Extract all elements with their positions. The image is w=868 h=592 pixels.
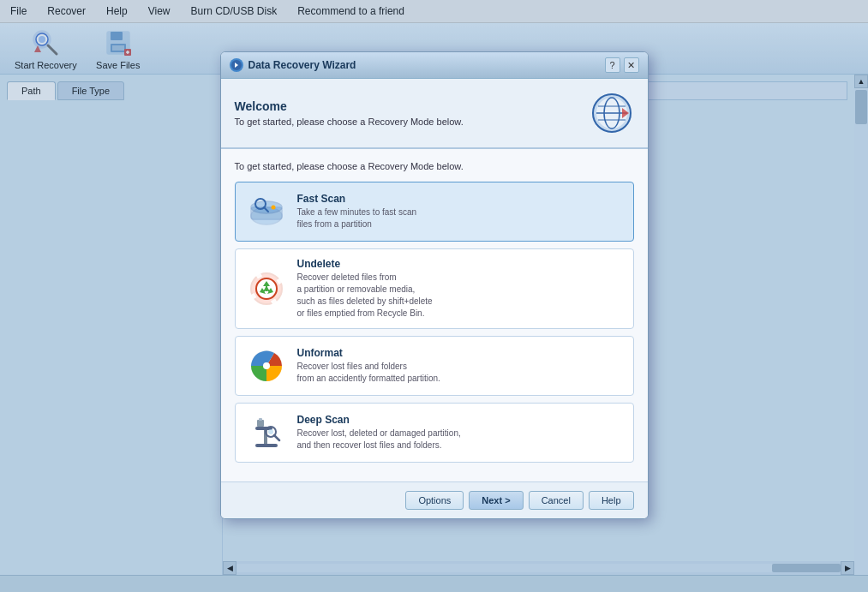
unformat-text: Unformat Recover lost files and folders … <box>297 347 440 385</box>
undelete-text: Undelete Recover deleted files from a pa… <box>297 258 433 320</box>
dialog-header: Welcome To get started, please choose a … <box>221 79 648 149</box>
dialog-header-subtitle: To get started, please choose a Recovery… <box>235 117 464 127</box>
dialog-footer: Options Next > Cancel Help <box>221 481 648 518</box>
unformat-icon <box>246 345 287 386</box>
dialog-title-text: Data Recovery Wizard <box>248 59 356 71</box>
option-undelete[interactable]: Undelete Recover deleted files from a pa… <box>235 248 634 329</box>
dialog-titlebar: Data Recovery Wizard ? ✕ <box>221 52 648 79</box>
svg-point-42 <box>268 429 273 434</box>
option-deep-scan[interactable]: Deep Scan Recover lost, deleted or damag… <box>235 403 634 463</box>
option-unformat[interactable]: Unformat Recover lost files and folders … <box>235 336 634 396</box>
dialog-header-text: Welcome To get started, please choose a … <box>235 99 464 127</box>
deep-scan-icon <box>246 412 287 453</box>
options-button[interactable]: Options <box>405 491 464 510</box>
help-button[interactable]: Help <box>589 491 634 510</box>
svg-rect-40 <box>259 418 262 421</box>
undelete-desc: Recover deleted files from a partition o… <box>297 272 433 320</box>
deep-scan-desc: Recover lost, deleted or damaged partiti… <box>297 428 461 451</box>
svg-rect-36 <box>255 444 278 447</box>
dialog-title-controls: ? ✕ <box>605 57 639 73</box>
deep-scan-text: Deep Scan Recover lost, deleted or damag… <box>297 414 461 451</box>
svg-rect-39 <box>257 420 264 427</box>
svg-point-35 <box>263 362 270 369</box>
undelete-icon <box>246 268 287 309</box>
dialog-body: To get started, please choose a Recovery… <box>221 149 648 481</box>
dialog-heading: Welcome <box>235 99 464 113</box>
deep-scan-name: Deep Scan <box>297 414 461 426</box>
svg-line-43 <box>274 435 279 440</box>
dialog-help-btn[interactable]: ? <box>605 57 620 73</box>
svg-point-24 <box>271 206 275 210</box>
dialog-instruction: To get started, please choose a Recovery… <box>235 161 634 171</box>
fast-scan-desc: Take a few minutes to fast scan files fr… <box>297 206 417 230</box>
cancel-button[interactable]: Cancel <box>529 491 584 510</box>
dialog: Data Recovery Wizard ? ✕ Welcome To get … <box>220 51 649 519</box>
dialog-header-icon <box>590 91 634 135</box>
fast-scan-name: Fast Scan <box>297 193 417 205</box>
dialog-title-left: Data Recovery Wizard <box>230 58 356 72</box>
modal-overlay: Data Recovery Wizard ? ✕ Welcome To get … <box>0 0 868 592</box>
dialog-close-btn[interactable]: ✕ <box>624 57 639 73</box>
unformat-desc: Recover lost files and folders from an a… <box>297 361 440 385</box>
undelete-name: Undelete <box>297 258 433 270</box>
dialog-title-icon <box>230 58 243 72</box>
next-button[interactable]: Next > <box>469 491 523 510</box>
fast-scan-text: Fast Scan Take a few minutes to fast sca… <box>297 193 417 230</box>
fast-scan-icon <box>246 191 287 232</box>
option-fast-scan[interactable]: Fast Scan Take a few minutes to fast sca… <box>235 182 634 242</box>
unformat-name: Unformat <box>297 347 440 359</box>
